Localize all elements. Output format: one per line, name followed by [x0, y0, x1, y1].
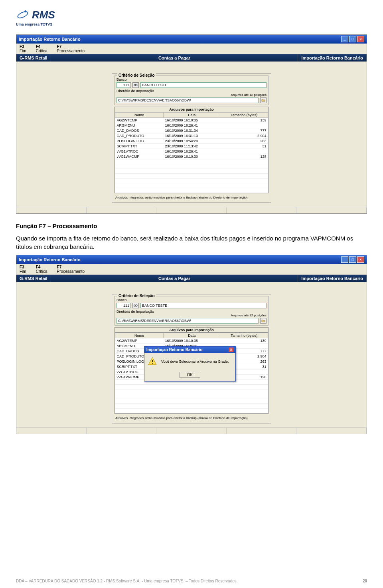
panel-footer-note: Arquivos Integrados serão movidos para d…: [115, 415, 268, 421]
binoculars-icon: [134, 304, 138, 308]
dir-label: Diretório de Importação: [116, 310, 267, 314]
criteria-panel: Critério de Seleção Banco 111 BANCO TEST…: [112, 74, 271, 203]
col-nome[interactable]: Nome: [115, 333, 164, 338]
svg-point-1: [24, 10, 26, 12]
statusbar: [16, 207, 367, 213]
menubar: F3Fim F4Crítica F7Processamento: [16, 264, 367, 275]
dir-browse-button[interactable]: [260, 97, 267, 103]
table-row[interactable]: ARGMENU16/10/2009 16:26:41: [115, 123, 268, 128]
footer-text: DDA – VARREDURA DO SACADO VERSÃO 1.2 - R…: [16, 579, 238, 583]
dir-note: Arquivos até 12 posições: [116, 314, 267, 317]
maximize-button[interactable]: □: [349, 36, 356, 42]
minimize-button[interactable]: _: [341, 36, 348, 42]
window-titlebar: Importação Retorno Bancário _ □ ×: [16, 35, 367, 44]
banco-name-input[interactable]: BANCO TESTE: [140, 303, 267, 308]
page-footer: DDA – VARREDURA DO SACADO VERSÃO 1.2 - R…: [0, 579, 383, 583]
table-row[interactable]: vVG1VTROC16/10/2009 16:26:41: [115, 149, 268, 154]
table-row[interactable]: CAD_DADOS16/10/2009 16:31:34777: [115, 128, 268, 133]
menu-f3[interactable]: F3Fim: [20, 44, 26, 53]
svg-rect-6: [152, 360, 153, 362]
alert-dialog: Importação Retorno Bancário × Você deve …: [144, 346, 236, 381]
watermark: TOTVS: [379, 216, 383, 383]
crumb-mid: Contas a Pagar: [51, 54, 298, 62]
section-heading: Função F7 – Processamento: [16, 222, 367, 230]
dir-label: Diretório de Importação: [116, 89, 267, 93]
screenshot-1: Importação Retorno Bancário _ □ × F3Fim …: [16, 34, 367, 214]
menu-f4[interactable]: F4Crítica: [36, 265, 47, 274]
dir-browse-button[interactable]: [260, 318, 267, 324]
table-row[interactable]: [115, 179, 268, 183]
table-row[interactable]: [115, 399, 268, 404]
breadcrumb: G-RMS Retail Contas a Pagar Importação R…: [16, 54, 367, 62]
table-row[interactable]: [115, 188, 268, 193]
menu-f7[interactable]: F7Processamento: [57, 265, 85, 274]
banco-code-input[interactable]: 111: [116, 82, 131, 88]
table-row[interactable]: [115, 409, 268, 413]
crumb-right: Importação Retorno Bancário: [298, 54, 367, 62]
table-row[interactable]: [115, 174, 268, 179]
svg-point-0: [17, 10, 29, 19]
window-title: Importação Retorno Bancário: [19, 257, 81, 262]
warning-icon: [148, 357, 157, 366]
folder-icon: [261, 319, 265, 323]
dialog-close-button[interactable]: ×: [229, 348, 233, 352]
menu-f4[interactable]: F4Crítica: [36, 44, 47, 53]
dir-input[interactable]: C:\RMS\WRMS\DESENV\VERSAO567\DBW\: [116, 318, 259, 324]
panel-footer-note: Arquivos Integrados serão movidos para d…: [115, 195, 268, 200]
minimize-button[interactable]: _: [341, 256, 348, 263]
table-row[interactable]: [115, 183, 268, 188]
dir-note: Arquivos até 12 posições: [116, 93, 267, 97]
close-button[interactable]: ×: [357, 256, 364, 263]
folder-icon: [261, 98, 265, 102]
menu-f3[interactable]: F3Fim: [20, 265, 26, 274]
section-paragraph: Quando se importa a fita de retorno do b…: [16, 234, 367, 251]
table-row[interactable]: [115, 404, 268, 409]
table-row[interactable]: SCRIPT.TXT23/10/2009 11:13:4231: [115, 144, 268, 149]
table-row[interactable]: [115, 164, 268, 169]
table-row[interactable]: [115, 159, 268, 164]
table-row[interactable]: AG2WTEMP16/10/2009 16:10:35139: [115, 338, 268, 344]
col-data[interactable]: Data: [163, 113, 220, 118]
table-row[interactable]: [115, 169, 268, 174]
file-grid[interactable]: Arquivos para Importação Nome Data Taman…: [115, 107, 268, 193]
col-data[interactable]: Data: [163, 333, 220, 338]
banco-lookup-button[interactable]: [132, 303, 139, 308]
criteria-legend: Critério de Seleção: [117, 294, 156, 298]
col-tamanho[interactable]: Tamanho (bytes): [220, 113, 268, 118]
logo-text: RMS: [32, 9, 55, 21]
table-row[interactable]: [115, 389, 268, 394]
dialog-message: Você deve Selecionar o Arquivo na Grade.: [161, 360, 229, 364]
crumb-left: G-RMS Retail: [16, 54, 51, 62]
crumb-right: Importação Retorno Bancário: [298, 275, 367, 282]
banco-lookup-button[interactable]: [132, 82, 139, 88]
grid-title: Arquivos para Importação: [115, 328, 268, 333]
statusbar: [16, 427, 367, 434]
banco-code-input[interactable]: 111: [116, 303, 131, 308]
menu-f7[interactable]: F7Processamento: [57, 44, 85, 53]
crumb-left: G-RMS Retail: [16, 275, 51, 282]
page-number: 20: [363, 579, 367, 583]
criteria-legend: Critério de Seleção: [117, 73, 156, 77]
grid-title: Arquivos para Importação: [115, 107, 268, 112]
maximize-button[interactable]: □: [349, 256, 356, 263]
banco-label: Banco: [116, 77, 267, 81]
window-title: Importação Retorno Bancário: [19, 37, 81, 42]
banco-label: Banco: [116, 298, 267, 302]
binoculars-icon: [134, 83, 138, 87]
table-row[interactable]: [115, 394, 268, 399]
svg-rect-7: [152, 363, 153, 364]
table-row[interactable]: AG2WTEMP16/10/2009 16:10:35139: [115, 118, 268, 123]
col-tamanho[interactable]: Tamanho (bytes): [220, 333, 268, 338]
table-row[interactable]: vVG1WACMP16/10/2009 16:10:30128: [115, 154, 268, 159]
dialog-ok-button[interactable]: OK: [180, 372, 200, 378]
breadcrumb: G-RMS Retail Contas a Pagar Importação R…: [16, 275, 367, 282]
window-titlebar: Importação Retorno Bancário _ □ ×: [16, 255, 367, 264]
close-button[interactable]: ×: [357, 36, 364, 42]
table-row[interactable]: CAD_PRODUTO16/10/2009 16:31:132.904: [115, 133, 268, 139]
table-row[interactable]: [115, 385, 268, 389]
dir-input[interactable]: C:\RMS\WRMS\DESENV\VERSAO567\DBW\: [116, 97, 259, 103]
table-row[interactable]: POSLOGIN.LOG23/10/2009 10:54:29263: [115, 139, 268, 144]
dialog-title: Importação Retorno Bancário: [146, 348, 203, 352]
banco-name-input[interactable]: BANCO TESTE: [140, 82, 267, 88]
col-nome[interactable]: Nome: [115, 113, 164, 118]
